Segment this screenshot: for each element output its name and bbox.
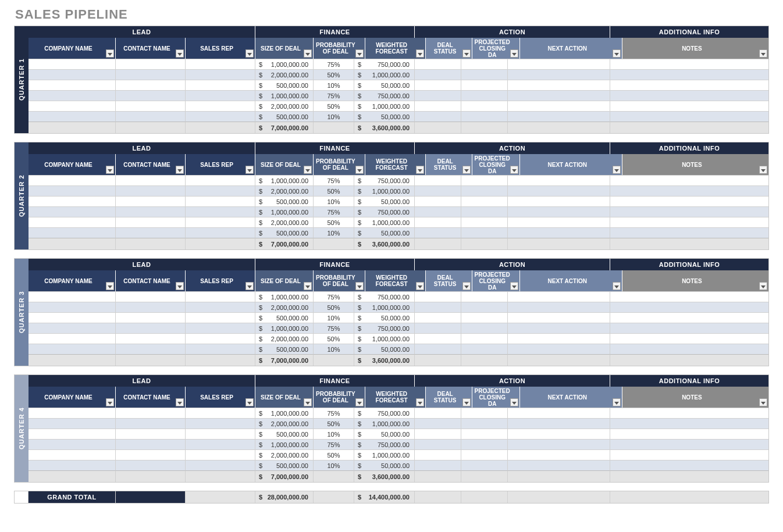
projected-closing-date-filter-button[interactable] (510, 166, 518, 174)
cell-deal-status[interactable] (415, 418, 461, 429)
col-header-next-action[interactable]: NEXT ACTION (520, 154, 622, 175)
cell-sales-rep[interactable] (186, 408, 255, 418)
cell-size-of-deal[interactable]: $2,000,000.00 (255, 333, 314, 344)
col-header-contact-name[interactable]: CONTACT NAME (116, 154, 186, 175)
cell-weighted-forecast[interactable]: $50,000.00 (354, 227, 415, 238)
cell-probability-of-deal[interactable]: 50% (314, 217, 354, 227)
cell-projected-closing-date[interactable] (461, 59, 508, 69)
cell-sales-rep[interactable] (186, 291, 255, 302)
cell-probability-of-deal[interactable]: 50% (314, 101, 354, 111)
cell-next-action[interactable] (508, 344, 610, 354)
cell-company-name[interactable] (29, 59, 116, 69)
col-header-probability-of-deal[interactable]: PROBABILITY OF DEAL (314, 387, 365, 408)
cell-probability-of-deal[interactable]: 10% (314, 429, 354, 439)
col-header-projected-closing-date[interactable]: PROJECTED CLOSING DA (472, 38, 520, 59)
cell-deal-status[interactable] (415, 302, 461, 312)
deal-status-filter-button[interactable] (462, 398, 471, 406)
col-header-contact-name[interactable]: CONTACT NAME (116, 38, 186, 59)
cell-company-name[interactable] (29, 429, 116, 439)
cell-probability-of-deal[interactable]: 75% (314, 90, 354, 101)
probability-of-deal-filter-button[interactable] (355, 282, 364, 290)
cell-projected-closing-date[interactable] (461, 101, 508, 111)
cell-sales-rep[interactable] (186, 344, 255, 354)
cell-notes[interactable] (610, 439, 768, 449)
cell-contact-name[interactable] (116, 291, 186, 302)
cell-next-action[interactable] (508, 429, 610, 439)
cell-weighted-forecast[interactable]: $50,000.00 (354, 111, 415, 122)
cell-deal-status[interactable] (415, 59, 461, 69)
cell-next-action[interactable] (508, 323, 610, 333)
cell-sales-rep[interactable] (186, 429, 255, 439)
cell-notes[interactable] (610, 69, 768, 80)
cell-contact-name[interactable] (116, 333, 186, 344)
next-action-filter-button[interactable] (613, 49, 621, 58)
cell-sales-rep[interactable] (186, 323, 255, 333)
cell-weighted-forecast[interactable]: $750,000.00 (354, 90, 415, 101)
next-action-filter-button[interactable] (613, 282, 621, 290)
col-header-projected-closing-date[interactable]: PROJECTED CLOSING DA (472, 154, 520, 175)
sales-rep-filter-button[interactable] (245, 49, 254, 58)
cell-probability-of-deal[interactable]: 75% (314, 408, 354, 418)
cell-sales-rep[interactable] (186, 302, 255, 312)
col-header-next-action[interactable]: NEXT ACTION (520, 38, 622, 59)
cell-projected-closing-date[interactable] (461, 80, 508, 90)
cell-company-name[interactable] (29, 90, 116, 101)
cell-sales-rep[interactable] (186, 196, 255, 206)
contact-name-filter-button[interactable] (176, 166, 184, 174)
cell-sales-rep[interactable] (186, 80, 255, 90)
cell-company-name[interactable] (29, 291, 116, 302)
cell-probability-of-deal[interactable]: 10% (314, 80, 354, 90)
cell-projected-closing-date[interactable] (461, 90, 508, 101)
cell-deal-status[interactable] (415, 460, 461, 470)
col-header-sales-rep[interactable]: SALES REP (186, 38, 255, 59)
cell-deal-status[interactable] (415, 449, 461, 460)
cell-sales-rep[interactable] (186, 175, 255, 185)
cell-weighted-forecast[interactable]: $750,000.00 (354, 291, 415, 302)
cell-weighted-forecast[interactable]: $1,000,000.00 (354, 449, 415, 460)
cell-next-action[interactable] (508, 418, 610, 429)
cell-probability-of-deal[interactable]: 50% (314, 449, 354, 460)
cell-company-name[interactable] (29, 312, 116, 323)
cell-contact-name[interactable] (116, 460, 186, 470)
col-header-next-action[interactable]: NEXT ACTION (520, 270, 622, 291)
cell-size-of-deal[interactable]: $2,000,000.00 (255, 69, 314, 80)
cell-company-name[interactable] (29, 217, 116, 227)
cell-sales-rep[interactable] (186, 333, 255, 344)
cell-contact-name[interactable] (116, 408, 186, 418)
cell-next-action[interactable] (508, 80, 610, 90)
cell-next-action[interactable] (508, 185, 610, 196)
col-header-company-name[interactable]: COMPANY NAME (29, 270, 116, 291)
cell-sales-rep[interactable] (186, 418, 255, 429)
cell-probability-of-deal[interactable]: 50% (314, 185, 354, 196)
contact-name-filter-button[interactable] (176, 49, 184, 58)
col-header-contact-name[interactable]: CONTACT NAME (116, 270, 186, 291)
cell-next-action[interactable] (508, 333, 610, 344)
cell-size-of-deal[interactable]: $1,000,000.00 (255, 323, 314, 333)
cell-deal-status[interactable] (415, 323, 461, 333)
cell-weighted-forecast[interactable]: $1,000,000.00 (354, 185, 415, 196)
cell-next-action[interactable] (508, 175, 610, 185)
col-header-deal-status[interactable]: DEAL STATUS (426, 387, 472, 408)
col-header-notes[interactable]: NOTES (622, 270, 768, 291)
cell-probability-of-deal[interactable]: 10% (314, 196, 354, 206)
cell-size-of-deal[interactable]: $500,000.00 (255, 460, 314, 470)
cell-sales-rep[interactable] (186, 217, 255, 227)
col-header-probability-of-deal[interactable]: PROBABILITY OF DEAL (314, 154, 365, 175)
deal-status-filter-button[interactable] (462, 282, 471, 290)
cell-deal-status[interactable] (415, 206, 461, 217)
cell-notes[interactable] (610, 227, 768, 238)
cell-notes[interactable] (610, 418, 768, 429)
col-header-projected-closing-date[interactable]: PROJECTED CLOSING DA (472, 270, 520, 291)
cell-notes[interactable] (610, 185, 768, 196)
cell-weighted-forecast[interactable]: $750,000.00 (354, 59, 415, 69)
cell-company-name[interactable] (29, 175, 116, 185)
cell-size-of-deal[interactable]: $1,000,000.00 (255, 206, 314, 217)
col-header-company-name[interactable]: COMPANY NAME (29, 38, 116, 59)
col-header-size-of-deal[interactable]: SIZE OF DEAL (255, 270, 314, 291)
cell-probability-of-deal[interactable]: 75% (314, 59, 354, 69)
cell-projected-closing-date[interactable] (461, 333, 508, 344)
cell-deal-status[interactable] (415, 408, 461, 418)
cell-weighted-forecast[interactable]: $1,000,000.00 (354, 217, 415, 227)
col-header-deal-status[interactable]: DEAL STATUS (426, 154, 472, 175)
cell-sales-rep[interactable] (186, 227, 255, 238)
